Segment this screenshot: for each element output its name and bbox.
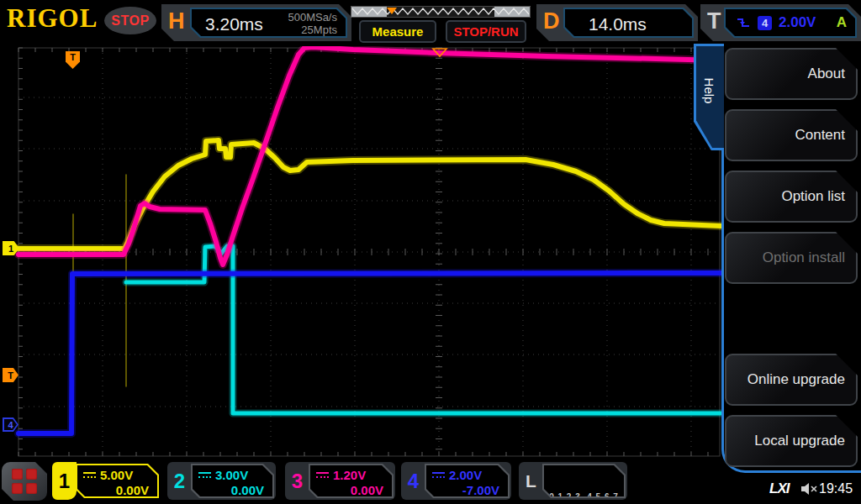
horizontal-timebase-widget[interactable]: H 3.20ms 500MSa/s 25Mpts — [161, 4, 351, 41]
channel1-number: 1 — [52, 462, 77, 500]
trigger-position-flag[interactable]: T — [66, 51, 80, 69]
menu-button-local-upgrade[interactable]: Local upgrade — [725, 415, 858, 467]
channel1-scale: 5.00V — [100, 468, 133, 482]
memory-position-bar[interactable] — [351, 6, 531, 18]
horizontal-label: H — [168, 8, 185, 34]
clock: 19:45 — [819, 481, 853, 496]
dc-coupling-icon — [432, 471, 445, 479]
channel4-position-marker[interactable]: 4 — [3, 417, 18, 432]
logic-analyzer-widget[interactable]: L 0 1 2 3 4 5 6 7 8 9 1011 12131415 — [519, 462, 627, 500]
lxi-logo: LXI — [769, 480, 789, 497]
channel2-number: 2 — [167, 462, 192, 500]
channel1-status-widget[interactable]: 1 5.00V 0.00V — [52, 462, 161, 500]
timebase-value: 3.20ms — [205, 14, 263, 34]
sound-muted-icon — [800, 482, 818, 496]
menu-grid-icon — [12, 469, 37, 494]
dc-coupling-icon — [198, 471, 211, 479]
channel1-offset: 0.00V — [77, 483, 157, 497]
help-menu-tab[interactable]: Help — [694, 44, 724, 150]
channel3-status-widget[interactable]: 3 1.20V 0.00V — [285, 462, 395, 500]
menu-button-content[interactable]: Content — [725, 109, 858, 161]
run-state-badge: STOP — [104, 7, 156, 34]
delay-label: D — [543, 8, 560, 34]
menu-button-online-upgrade[interactable]: Online upgrade — [725, 354, 858, 406]
channel2-scale: 3.00V — [215, 468, 248, 482]
trigger-level-value: 2.00V — [779, 14, 816, 31]
top-status-bar: RIGOL STOP H 3.20ms 500MSa/s 25Mpts Meas… — [0, 0, 861, 46]
channel4-number: 4 — [401, 462, 425, 500]
menu-button-option-install[interactable]: Option install — [725, 232, 858, 284]
channel4-status-widget[interactable]: 4 2.00V -7.00V — [401, 462, 511, 500]
stop-run-button[interactable]: STOP/RUN — [446, 20, 526, 43]
main-menu-button[interactable] — [2, 462, 47, 501]
oscilloscope-screen: 1 T 4 T RIGOL STOP H 3.20ms 500MSa/s 25M… — [0, 0, 861, 504]
trigger-source-badge: 4 — [758, 16, 772, 30]
channel3-offset: 0.00V — [310, 483, 392, 497]
logic-label: L — [519, 462, 543, 500]
channel4-scale: 2.00V — [449, 468, 482, 482]
channel3-number: 3 — [285, 462, 309, 500]
menu-button-option-list[interactable]: Option list — [725, 171, 858, 223]
trigger-widget[interactable]: T 4 2.00V A — [700, 4, 861, 41]
channel2-status-widget[interactable]: 2 3.00V 0.00V — [167, 462, 276, 500]
channel1-position-marker[interactable]: 1 — [3, 241, 19, 255]
help-tab-label: Help — [702, 77, 716, 103]
memory-depth: 25Mpts — [288, 24, 337, 36]
sample-rate: 500MSa/s — [288, 11, 337, 24]
trigger-level-marker[interactable]: T — [3, 368, 18, 382]
rigol-logo: RIGOL — [7, 3, 98, 34]
channel2-offset: 0.00V — [193, 483, 272, 497]
digital-channels-row1: 0 1 2 3 4 5 6 7 — [544, 491, 624, 502]
measure-button[interactable]: Measure — [359, 20, 436, 43]
delay-widget[interactable]: D 14.0ms — [536, 4, 698, 41]
trigger-sweep-mode: A — [837, 14, 847, 31]
dc-coupling-icon — [316, 471, 329, 479]
menu-button-about[interactable]: About — [725, 48, 858, 100]
channel3-scale: 1.20V — [333, 468, 366, 482]
delay-value: 14.0ms — [589, 14, 647, 34]
dc-coupling-icon — [83, 471, 96, 479]
channel4-offset: -7.00V — [426, 483, 508, 497]
trigger-falling-edge-icon — [736, 16, 751, 29]
trigger-label: T — [707, 8, 721, 34]
